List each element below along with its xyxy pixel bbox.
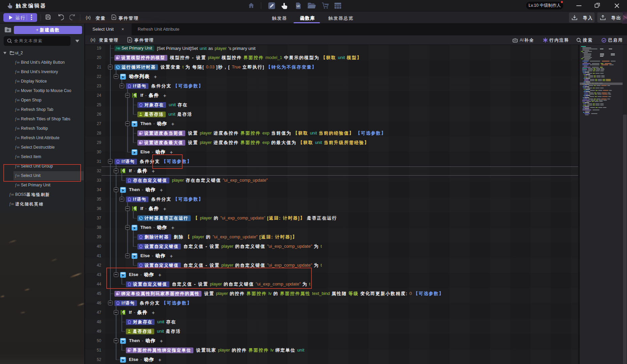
svg-text:UI: UI bbox=[297, 4, 300, 8]
svg-text:f: f bbox=[116, 46, 117, 50]
